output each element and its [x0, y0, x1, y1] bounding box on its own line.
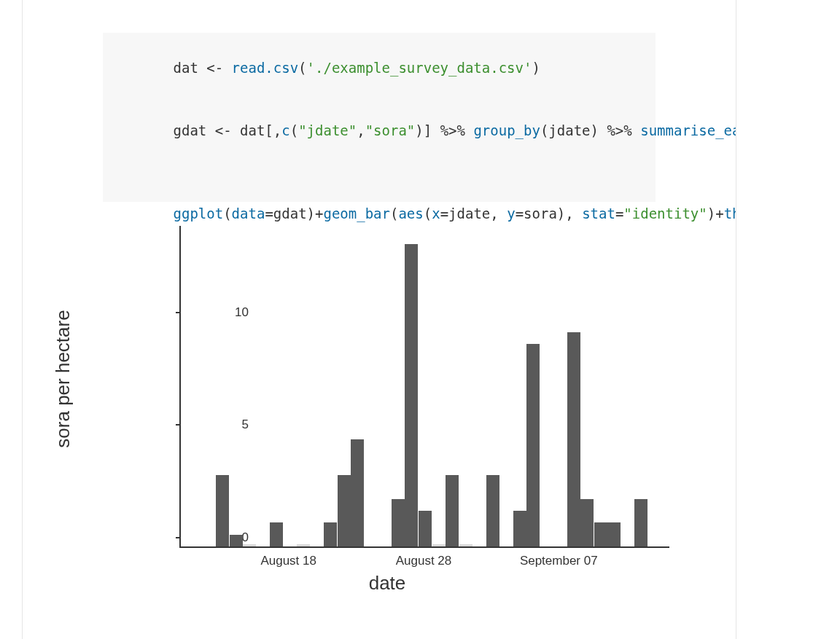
x-tick-label: September 07 — [508, 554, 610, 568]
page-root: dat <- read.csv('./example_survey_data.c… — [0, 0, 840, 639]
bar — [324, 522, 337, 546]
bar — [405, 244, 418, 546]
bar — [270, 522, 283, 546]
bar — [634, 499, 648, 546]
bar — [297, 544, 310, 546]
bar — [513, 511, 526, 546]
bar — [419, 511, 432, 546]
y-axis-title: sora per hectare — [52, 219, 74, 539]
x-axis-title: date — [103, 572, 672, 595]
bar — [432, 544, 446, 546]
x-tick-label: August 28 — [373, 554, 475, 568]
bar — [216, 475, 229, 546]
bar — [486, 475, 499, 546]
bar — [392, 499, 405, 546]
x-tick-label: August 18 — [238, 554, 340, 568]
bar — [446, 475, 459, 546]
bar — [567, 332, 580, 546]
code-line-1: dat <- read.csv('./example_survey_data.c… — [106, 37, 540, 98]
bar — [580, 499, 594, 546]
bar — [243, 544, 256, 546]
bar — [459, 544, 472, 546]
bar — [351, 439, 364, 546]
chart: sora per hectare date 0 5 10 August 18 A… — [103, 219, 672, 597]
code-line-2: gdat <- dat[,c("jdate","sora")] %>% grou… — [106, 100, 736, 161]
bar — [594, 522, 607, 546]
code-block: dat <- read.csv('./example_survey_data.c… — [103, 33, 656, 202]
bar — [526, 344, 540, 546]
bar — [607, 522, 621, 546]
plot-panel — [179, 226, 669, 548]
bar — [230, 535, 243, 546]
document-sheet: dat <- read.csv('./example_survey_data.c… — [22, 0, 736, 639]
bar — [338, 475, 351, 546]
